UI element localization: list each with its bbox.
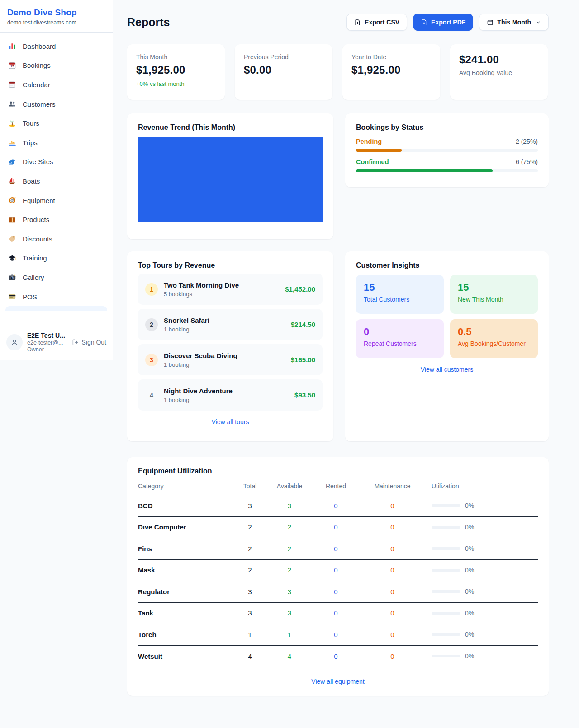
- status-progress-fill: [356, 149, 402, 152]
- revenue-trend-title: Revenue Trend (This Month): [138, 123, 323, 132]
- sidebar-item-label: Discounts: [23, 235, 52, 243]
- cell-maintenance: 0: [357, 523, 427, 531]
- page-title: Reports: [127, 16, 170, 29]
- insight-tile-avg-bookings: 0.5 Avg Bookings/Customer: [450, 319, 538, 358]
- tour-list-item[interactable]: 1 Two Tank Morning Dive5 bookings $1,452…: [138, 274, 323, 305]
- cell-category: Fins: [138, 545, 235, 553]
- sidebar-item-tours[interactable]: Tours: [4, 113, 109, 133]
- utilization-percent: 0%: [465, 588, 474, 595]
- sidebar-item-calendar[interactable]: Calendar: [4, 75, 109, 95]
- cell-available: 4: [265, 652, 314, 660]
- cell-available: 3: [265, 609, 314, 617]
- sidebar-item-discounts[interactable]: Discounts: [4, 229, 109, 249]
- tour-amount: $1,452.00: [285, 285, 315, 293]
- cell-maintenance: 0: [357, 566, 427, 574]
- sidebar-item-trips[interactable]: Trips: [4, 133, 109, 152]
- tour-bookings: 1 booking: [164, 326, 285, 333]
- view-all-equipment-link[interactable]: View all equipment: [138, 678, 538, 685]
- cell-utilization: 0%: [427, 588, 538, 595]
- export-csv-button[interactable]: Export CSV: [346, 14, 407, 31]
- utilization-percent: 0%: [465, 502, 474, 509]
- stat-value: $241.00: [459, 53, 539, 66]
- sidebar-item-bookings[interactable]: 17 Bookings: [4, 56, 109, 76]
- tour-list-item[interactable]: 2 Snorkel Safari1 booking $214.50: [138, 309, 323, 340]
- sidebar-item-pos[interactable]: POS: [4, 287, 109, 307]
- revenue-trend-chart: [138, 137, 323, 222]
- stat-delta: +0% vs last month: [136, 80, 216, 87]
- people-icon: [8, 99, 17, 109]
- utilization-bar: [432, 633, 460, 636]
- utilization-bar: [432, 612, 460, 615]
- sidebar-header: Demo Dive Shop demo.test.divestreams.com: [0, 0, 113, 33]
- sidebar-item-products[interactable]: Products: [4, 210, 109, 229]
- sidebar: Demo Dive Shop demo.test.divestreams.com…: [0, 0, 113, 360]
- sidebar-item-equipment[interactable]: Equipment: [4, 191, 109, 210]
- utilization-percent: 0%: [465, 524, 474, 531]
- insight-tile-total-customers: 15 Total Customers: [356, 275, 444, 314]
- table-row: Dive Computer 2 2 0 0 0%: [138, 517, 538, 539]
- utilization-bar: [432, 526, 460, 529]
- sidebar-item-customers[interactable]: Customers: [4, 95, 109, 114]
- sidebar-item-label: Training: [23, 254, 47, 262]
- cell-maintenance: 0: [357, 588, 427, 596]
- view-all-tours-link[interactable]: View all tours: [138, 418, 323, 425]
- sidebar-item-label: POS: [23, 293, 37, 301]
- user-role: Owner: [27, 346, 67, 353]
- column-header-available: Available: [265, 482, 314, 490]
- cell-utilization: 0%: [427, 631, 538, 638]
- avatar: [6, 334, 23, 350]
- cell-maintenance: 0: [357, 609, 427, 617]
- sidebar-item-dashboard[interactable]: Dashboard: [4, 37, 109, 56]
- sidebar-item-label: Equipment: [23, 197, 55, 204]
- cell-total: 3: [235, 588, 265, 596]
- cell-total: 4: [235, 652, 265, 660]
- insight-label: Total Customers: [364, 296, 436, 303]
- customer-insights-title: Customer Insights: [356, 261, 538, 269]
- sidebar-nav: Dashboard 17 Bookings Calendar Customers…: [0, 33, 113, 326]
- rank-badge: 1: [145, 283, 158, 296]
- tour-name: Two Tank Morning Dive: [164, 281, 239, 289]
- utilization-percent: 0%: [465, 545, 474, 552]
- calendar-icon: [487, 19, 494, 26]
- sidebar-item-gallery[interactable]: Gallery: [4, 268, 109, 287]
- sign-out-button[interactable]: Sign Out: [72, 339, 106, 346]
- view-all-customers-link[interactable]: View all customers: [356, 366, 538, 373]
- column-header-rented: Rented: [314, 482, 357, 490]
- cell-total: 3: [235, 609, 265, 617]
- cell-category: Dive Computer: [138, 523, 235, 531]
- insight-label: Repeat Customers: [364, 340, 436, 347]
- customer-insights-card: Customer Insights 15 Total Customers 15 …: [345, 251, 549, 441]
- cell-utilization: 0%: [427, 567, 538, 574]
- insight-value: 15: [364, 282, 436, 293]
- table-row: Mask 2 2 0 0 0%: [138, 560, 538, 581]
- insight-tiles: 15 Total Customers 15 New This Month 0 R…: [356, 275, 538, 358]
- user-email: e2e-tester@...: [27, 340, 67, 346]
- sidebar-user-section: E2E Test U... e2e-tester@... Owner Sign …: [0, 326, 113, 360]
- camera-icon: [8, 273, 17, 282]
- cell-available: 3: [265, 588, 314, 596]
- cell-category: Torch: [138, 631, 235, 638]
- tour-list-item[interactable]: 4 Night Dive Adventure1 booking $93.50: [138, 379, 323, 411]
- stat-value: $1,925.00: [351, 64, 431, 76]
- tour-list-item[interactable]: 3 Discover Scuba Diving1 booking $165.00: [138, 344, 323, 375]
- sidebar-item-label: Trips: [23, 139, 38, 147]
- user-meta: E2E Test U... e2e-tester@... Owner: [27, 332, 67, 353]
- equipment-utilization-card: Equipment Utilization Category Total Ava…: [127, 457, 549, 696]
- sidebar-item-dive-sites[interactable]: Dive Sites: [4, 152, 109, 172]
- tour-amount: $93.50: [294, 391, 315, 399]
- reports-page: Demo Dive Shop demo.test.divestreams.com…: [0, 0, 579, 728]
- sign-out-label: Sign Out: [82, 339, 106, 346]
- sidebar-item-label: Dive Sites: [23, 158, 53, 165]
- export-pdf-button[interactable]: Export PDF: [413, 14, 473, 31]
- status-label: Pending: [356, 138, 382, 145]
- sidebar-item-boats[interactable]: Boats: [4, 171, 109, 191]
- sidebar-item-reports[interactable]: [5, 306, 107, 311]
- cell-total: 2: [235, 566, 265, 574]
- period-dropdown[interactable]: This Month: [479, 14, 549, 31]
- tour-amount: $214.50: [291, 321, 315, 328]
- rank-badge: 3: [145, 354, 158, 366]
- sidebar-item-training[interactable]: Training: [4, 249, 109, 268]
- equipment-utilization-title: Equipment Utilization: [138, 467, 538, 475]
- tour-name: Night Dive Adventure: [164, 387, 233, 395]
- bookings-by-status-title: Bookings by Status: [356, 123, 538, 132]
